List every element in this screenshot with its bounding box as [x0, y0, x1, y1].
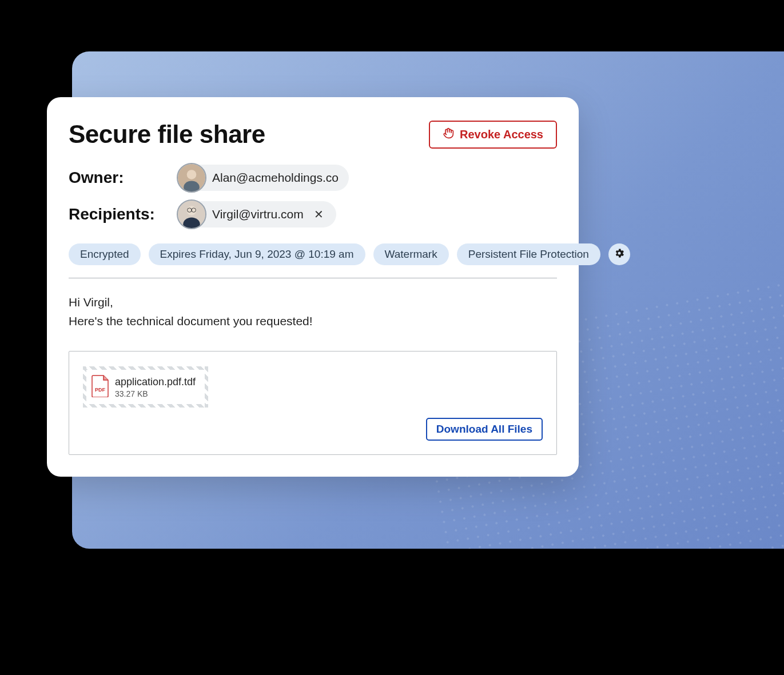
protection-tags-row: Encrypted Expires Friday, Jun 9, 2023 @ …: [69, 243, 557, 265]
tag-encrypted: Encrypted: [69, 243, 141, 265]
secure-share-card: Secure file share Revoke Access Owner: A…: [47, 97, 579, 477]
recipient-avatar: [177, 199, 206, 229]
remove-recipient-button[interactable]: ✕: [312, 206, 326, 222]
owner-email: Alan@acmeholdings.co: [212, 171, 339, 185]
owner-avatar: [177, 163, 206, 193]
file-meta: application.pdf.tdf 33.27 KB: [115, 376, 196, 398]
hand-stop-icon: [443, 127, 454, 142]
download-all-button[interactable]: Download All Files: [426, 418, 543, 441]
revoke-access-button[interactable]: Revoke Access: [429, 121, 557, 149]
owner-row: Owner: Alan@acmeholdings.co: [69, 165, 557, 191]
message-line: Here's the technical document you reques…: [69, 312, 557, 331]
recipients-label: Recipients:: [69, 205, 157, 223]
tag-watermark: Watermark: [373, 243, 449, 265]
recipient-email: Virgil@virtru.com: [212, 207, 304, 221]
message-line: Hi Virgil,: [69, 293, 557, 312]
pdf-file-icon: PDF: [91, 374, 109, 400]
owner-label: Owner:: [69, 169, 157, 187]
tag-persistent-protection: Persistent File Protection: [457, 243, 600, 265]
page-title: Secure file share: [69, 120, 265, 149]
file-attachment[interactable]: PDF application.pdf.tdf 33.27 KB: [83, 366, 208, 408]
settings-button[interactable]: [608, 243, 630, 265]
divider: [69, 278, 557, 278]
svg-point-1: [187, 170, 197, 179]
revoke-access-label: Revoke Access: [460, 128, 543, 141]
close-icon: ✕: [314, 208, 324, 221]
file-name: application.pdf.tdf: [115, 376, 196, 388]
owner-chip: Alan@acmeholdings.co: [180, 165, 349, 191]
recipient-chip: Virgil@virtru.com ✕: [180, 201, 336, 227]
message-body: Hi Virgil, Here's the technical document…: [69, 293, 557, 330]
tag-expires: Expires Friday, Jun 9, 2023 @ 10:19 am: [149, 243, 365, 265]
gear-icon: [614, 247, 625, 261]
file-size: 33.27 KB: [115, 389, 196, 398]
recipients-row: Recipients: Virgil@virtru.com ✕: [69, 201, 557, 227]
card-header: Secure file share Revoke Access: [69, 120, 557, 149]
download-row: Download All Files: [83, 418, 543, 441]
svg-text:PDF: PDF: [95, 387, 106, 393]
files-container: PDF application.pdf.tdf 33.27 KB Downloa…: [69, 351, 557, 455]
